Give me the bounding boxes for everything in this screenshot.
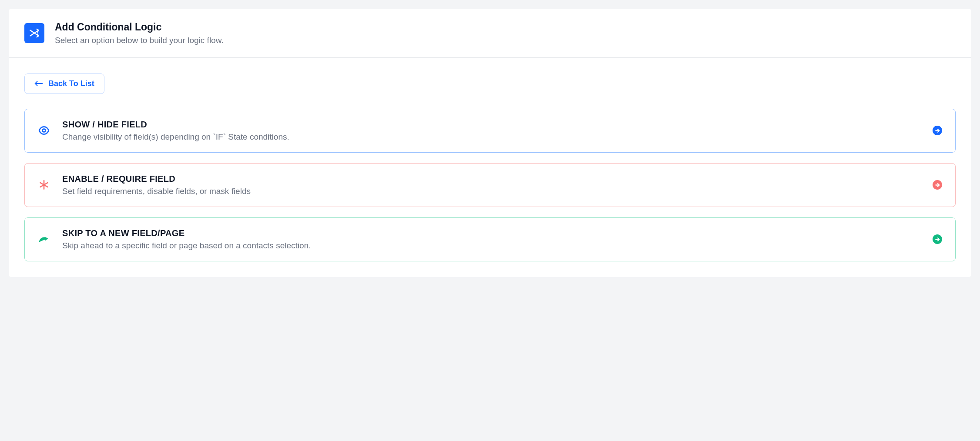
option-desc: Skip ahead to a specific field or page b… bbox=[62, 241, 920, 251]
page-subtitle: Select an option below to build your log… bbox=[55, 36, 224, 45]
back-to-list-button[interactable]: Back To List bbox=[24, 74, 104, 94]
header-text: Add Conditional Logic Select an option b… bbox=[55, 21, 224, 45]
arrow-right-icon bbox=[933, 126, 942, 135]
asterisk-icon bbox=[38, 179, 50, 190]
option-title: ENABLE / REQUIRE FIELD bbox=[62, 174, 920, 184]
redo-icon bbox=[38, 234, 50, 245]
eye-icon bbox=[38, 125, 50, 136]
arrow-right-icon bbox=[933, 180, 942, 190]
back-button-label: Back To List bbox=[48, 79, 94, 88]
page-title: Add Conditional Logic bbox=[55, 21, 224, 34]
shuffle-icon bbox=[24, 23, 44, 43]
option-enable-require-field[interactable]: ENABLE / REQUIRE FIELD Set field require… bbox=[24, 163, 956, 207]
panel: Add Conditional Logic Select an option b… bbox=[9, 9, 971, 277]
options-list: SHOW / HIDE FIELD Change visibility of f… bbox=[24, 109, 956, 261]
option-skip-to-field-page[interactable]: SKIP TO A NEW FIELD/PAGE Skip ahead to a… bbox=[24, 217, 956, 261]
arrow-right-icon bbox=[933, 234, 942, 244]
panel-content: Back To List SHOW / HIDE FIELD Change vi… bbox=[9, 58, 971, 277]
option-show-hide-field[interactable]: SHOW / HIDE FIELD Change visibility of f… bbox=[24, 109, 956, 153]
option-title: SKIP TO A NEW FIELD/PAGE bbox=[62, 228, 920, 238]
panel-header: Add Conditional Logic Select an option b… bbox=[9, 9, 971, 58]
arrow-left-icon bbox=[34, 80, 43, 87]
option-text: SKIP TO A NEW FIELD/PAGE Skip ahead to a… bbox=[62, 228, 920, 251]
svg-point-1 bbox=[43, 129, 46, 132]
option-text: ENABLE / REQUIRE FIELD Set field require… bbox=[62, 174, 920, 196]
option-text: SHOW / HIDE FIELD Change visibility of f… bbox=[62, 120, 920, 142]
option-desc: Change visibility of field(s) depending … bbox=[62, 132, 920, 142]
option-desc: Set field requirements, disable fields, … bbox=[62, 187, 920, 196]
option-title: SHOW / HIDE FIELD bbox=[62, 120, 920, 130]
